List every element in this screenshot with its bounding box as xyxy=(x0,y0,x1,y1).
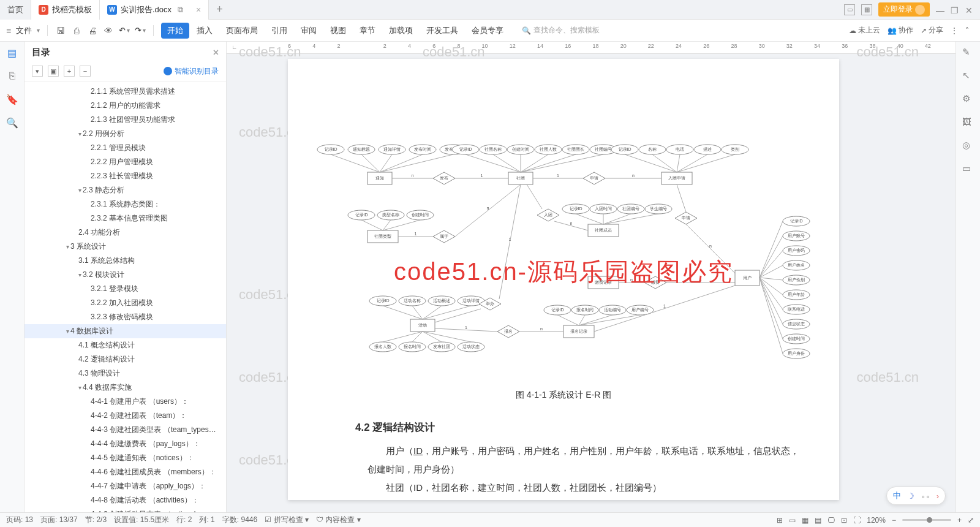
file-dropdown-icon[interactable]: ▾ xyxy=(37,27,40,34)
ribbon-tab[interactable]: 插入 xyxy=(190,23,219,39)
share-button[interactable]: ↗分享 xyxy=(921,25,943,36)
toc-item[interactable]: ▾3.2 模块设计 xyxy=(24,268,226,282)
zoom-value[interactable]: 120% xyxy=(867,516,886,525)
outline-close-icon[interactable]: × xyxy=(213,47,219,58)
ribbon-tab[interactable]: 审阅 xyxy=(295,23,323,39)
collapse-all-button[interactable]: ▾ xyxy=(32,66,43,77)
toc-item[interactable]: 4.3 物理设计 xyxy=(24,366,226,381)
ribbon-tab[interactable]: 开发工具 xyxy=(420,23,464,39)
toc-item[interactable]: 4.1 概念结构设计 xyxy=(24,338,226,352)
toc-item[interactable]: 4-4-4 创建缴费表 （pay_logs）： xyxy=(24,437,226,451)
tab-document[interactable]: W实训报告.docx⧉× xyxy=(100,0,209,20)
bookmark-icon[interactable]: 🔖 xyxy=(6,93,18,105)
cloud-status[interactable]: ☁未上云 xyxy=(849,25,880,36)
print-icon[interactable]: 🖨 xyxy=(87,25,98,36)
toc-item[interactable]: 2.4 功能分析 xyxy=(24,226,226,240)
login-button[interactable]: 立即登录 xyxy=(878,2,930,17)
tab-template[interactable]: D找稻壳模板 xyxy=(31,0,100,20)
level-button[interactable]: ▣ xyxy=(48,66,59,77)
toc-item[interactable]: 3.2.3 修改密码模块 xyxy=(24,310,226,324)
shrink-button[interactable]: − xyxy=(80,66,91,77)
toc-item[interactable]: 4.2 逻辑结构设计 xyxy=(24,352,226,366)
layout-icon[interactable]: ▭ xyxy=(844,4,855,15)
toc-item[interactable]: 3.2.2 加入社团模块 xyxy=(24,296,226,310)
toc-item[interactable]: 2.2.1 管理员模块 xyxy=(24,141,226,155)
document-page[interactable]: 通知记录ID通知标题通知详情发布时间发布社团社团记录ID社团名称创建时间社团人数… xyxy=(288,59,839,500)
toc-item[interactable]: 2.2.3 社长管理模块 xyxy=(24,169,226,183)
read-icon[interactable]: ▭ xyxy=(962,163,974,175)
maximize-button[interactable]: ❐ xyxy=(951,6,959,14)
toc-item[interactable]: ▾4.4 数据库实施 xyxy=(24,381,226,395)
ribbon-tab[interactable]: 视图 xyxy=(324,23,352,39)
night-icon[interactable]: 🖵 xyxy=(827,516,835,525)
pen-icon[interactable]: ✎ xyxy=(962,47,974,59)
view-web-icon[interactable]: ▦ xyxy=(802,516,809,525)
ribbon-tab[interactable]: 加载项 xyxy=(383,23,419,39)
cursor-icon[interactable]: ↖ xyxy=(962,70,974,82)
expand-icon[interactable]: ˄ xyxy=(965,26,969,35)
tab-restore-icon[interactable]: ⧉ xyxy=(178,5,187,15)
ime-pill[interactable]: 中 ☽ ∘∘ › xyxy=(886,487,946,505)
moon-icon[interactable]: ☽ xyxy=(907,491,914,501)
toc-item[interactable]: 4-4-6 创建社团成员表 （members）： xyxy=(24,465,226,479)
toc-item[interactable]: 4-4-2 创建社团表 （team）： xyxy=(24,409,226,423)
status-pages[interactable]: 页面: 13/37 xyxy=(40,515,78,525)
save-icon[interactable]: 🖫 xyxy=(55,25,66,36)
ime-lang[interactable]: 中 xyxy=(893,490,901,501)
view-icon[interactable]: ⊞ xyxy=(777,516,783,525)
ribbon-tab[interactable]: 引用 xyxy=(265,23,293,39)
find-icon[interactable]: 🔍 xyxy=(6,116,18,129)
toc-item[interactable]: 3.1 系统总体结构 xyxy=(24,254,226,268)
horizontal-ruler[interactable]: ∟ 64224681012141618202224262830323436384… xyxy=(227,42,956,54)
expand-button[interactable]: + xyxy=(64,66,75,77)
minimize-button[interactable]: — xyxy=(936,6,944,14)
toc-item[interactable]: 4-4-1 创建用户表 （users）： xyxy=(24,395,226,409)
zoom-in-button[interactable]: + xyxy=(957,516,962,525)
toc-item[interactable]: 2.2.2 用户管理模块 xyxy=(24,155,226,169)
status-words[interactable]: 字数: 9446 xyxy=(222,515,257,525)
toc-item[interactable]: 2.3.1 系统静态类图： xyxy=(24,197,226,211)
zoom-out-button[interactable]: − xyxy=(892,516,896,525)
redo-button[interactable]: ↷▾ xyxy=(135,26,146,35)
fit-icon[interactable]: ⛶ xyxy=(853,516,861,525)
file-menu[interactable]: 文件 xyxy=(16,25,32,36)
ruler-icon[interactable]: ⊡ xyxy=(841,516,847,525)
dots-icon[interactable]: ∘∘ xyxy=(921,491,930,501)
tab-close-icon[interactable]: × xyxy=(196,5,201,15)
view-read-icon[interactable]: ▤ xyxy=(815,516,821,525)
settings-icon[interactable]: ⚙ xyxy=(962,93,974,105)
toc-item[interactable]: 2.1.1 系统管理员需求描述 xyxy=(24,85,226,99)
toc-item[interactable]: 4-4-7 创建申请表 （apply_logs）： xyxy=(24,479,226,493)
toc-item[interactable]: 4-4-8 创建活动表 （activities）： xyxy=(24,493,226,507)
smart-toc-button[interactable]: 智能识别目录 xyxy=(164,66,219,77)
chevron-right-icon[interactable]: › xyxy=(937,491,939,501)
toc-item[interactable]: 4-4-9 创建活动日志表 （active_logs）： xyxy=(24,507,226,512)
hamburger-icon[interactable]: ≡ xyxy=(6,26,11,36)
ribbon-tab[interactable]: 页面布局 xyxy=(220,23,264,39)
undo-button[interactable]: ↶▾ xyxy=(119,26,130,35)
toc-item[interactable]: ▾2.3 静态分析 xyxy=(24,183,226,197)
collab-button[interactable]: 👥协作 xyxy=(888,25,913,36)
status-section[interactable]: 节: 2/3 xyxy=(85,515,107,525)
view-mode-icon[interactable]: ▭ xyxy=(789,516,796,525)
more-icon[interactable]: ⋮ xyxy=(951,26,958,35)
outline-icon[interactable]: ▤ xyxy=(6,47,18,59)
toc-item[interactable]: 4-4-3 创建社团类型表 （team_types）： xyxy=(24,423,226,437)
location-icon[interactable]: ◎ xyxy=(962,140,974,152)
preview-icon[interactable]: 👁 xyxy=(103,25,114,36)
image-icon[interactable]: 🖼 xyxy=(962,116,974,129)
tab-home[interactable]: 首页 xyxy=(0,0,31,20)
toc-item[interactable]: ▾2.2 用例分析 xyxy=(24,127,226,141)
grid-icon[interactable]: ▦ xyxy=(861,4,872,15)
ribbon-tab[interactable]: 开始 xyxy=(161,23,189,39)
toc-item[interactable]: 2.3.2 基本信息管理类图 xyxy=(24,211,226,226)
ribbon-tab[interactable]: 章节 xyxy=(353,23,382,39)
new-tab-button[interactable]: + xyxy=(209,3,230,16)
spell-check[interactable]: ☑ 拼写检查 ▾ xyxy=(265,515,309,525)
toc-item[interactable]: 2.1.3 社团管理员功能需求 xyxy=(24,113,226,127)
fullscreen-icon[interactable]: ⤢ xyxy=(968,516,974,525)
toc-item[interactable]: 2.1.2 用户的功能需求 xyxy=(24,99,226,113)
toc-item[interactable]: ▾4 数据库设计 xyxy=(24,324,226,338)
toc-item[interactable]: 3.2.1 登录模块 xyxy=(24,282,226,296)
toc-item[interactable]: 4-4-5 创建通知表 （notices）： xyxy=(24,451,226,465)
